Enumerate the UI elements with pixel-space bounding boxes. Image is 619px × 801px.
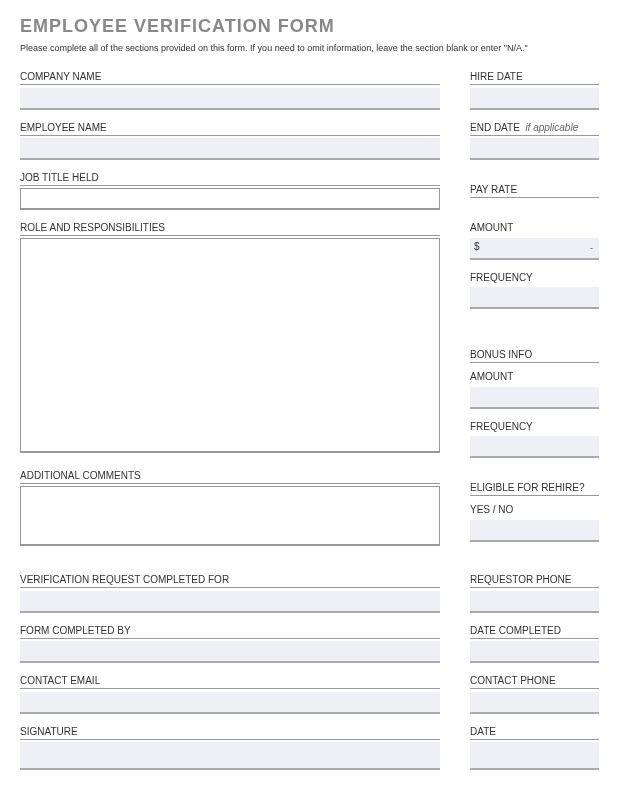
date-input[interactable] (470, 742, 599, 770)
currency-symbol: $ (474, 241, 480, 252)
date-label: DATE (470, 726, 599, 740)
amount-suffix: - (590, 243, 593, 253)
end-date-input[interactable] (470, 138, 599, 160)
bonus-amount-label: AMOUNT (470, 371, 599, 384)
date-completed-label: DATE COMPLETED (470, 625, 599, 639)
bonus-frequency-input[interactable] (470, 436, 599, 458)
pay-amount-input[interactable] (470, 238, 599, 260)
verification-request-input[interactable] (20, 591, 440, 613)
eligible-rehire-section: ELIGIBLE FOR REHIRE? (470, 482, 599, 496)
signature-input[interactable] (20, 742, 440, 770)
date-completed-input[interactable] (470, 641, 599, 663)
role-resp-label: ROLE AND RESPONSIBILITIES (20, 222, 440, 236)
bonus-frequency-label: FREQUENCY (470, 421, 599, 434)
company-name-input[interactable] (20, 88, 440, 110)
bonus-amount-input[interactable] (470, 387, 599, 409)
contact-phone-input[interactable] (470, 692, 599, 714)
pay-frequency-label: FREQUENCY (470, 272, 599, 285)
pay-amount-label: AMOUNT (470, 222, 599, 235)
end-date-label: END DATE if applicable (470, 122, 599, 136)
requestor-phone-label: REQUESTOR PHONE (470, 574, 599, 588)
form-completed-by-label: FORM COMPLETED BY (20, 625, 440, 639)
form-completed-by-input[interactable] (20, 641, 440, 663)
requestor-phone-input[interactable] (470, 591, 599, 613)
company-name-label: COMPANY NAME (20, 71, 440, 85)
signature-label: SIGNATURE (20, 726, 440, 740)
additional-comments-label: ADDITIONAL COMMENTS (20, 470, 440, 484)
role-resp-input[interactable] (20, 238, 440, 453)
form-subtitle: Please complete all of the sections prov… (20, 43, 599, 53)
yes-no-input[interactable] (470, 520, 599, 542)
yes-no-label: YES / NO (470, 504, 599, 517)
job-title-label: JOB TITLE HELD (20, 172, 440, 186)
form-title: EMPLOYEE VERIFICATION FORM (20, 16, 599, 37)
bonus-info-section: BONUS INFO (470, 349, 599, 363)
job-title-input[interactable] (20, 188, 440, 210)
pay-rate-section: PAY RATE (470, 184, 599, 198)
verification-request-label: VERIFICATION REQUEST COMPLETED FOR (20, 574, 440, 588)
contact-phone-label: CONTACT PHONE (470, 675, 599, 689)
contact-email-input[interactable] (20, 692, 440, 714)
contact-email-label: CONTACT EMAIL (20, 675, 440, 689)
additional-comments-input[interactable] (20, 486, 440, 546)
employee-name-label: EMPLOYEE NAME (20, 122, 440, 136)
pay-frequency-input[interactable] (470, 287, 599, 309)
hire-date-label: HIRE DATE (470, 71, 599, 85)
hire-date-input[interactable] (470, 88, 599, 110)
employee-name-input[interactable] (20, 138, 440, 160)
